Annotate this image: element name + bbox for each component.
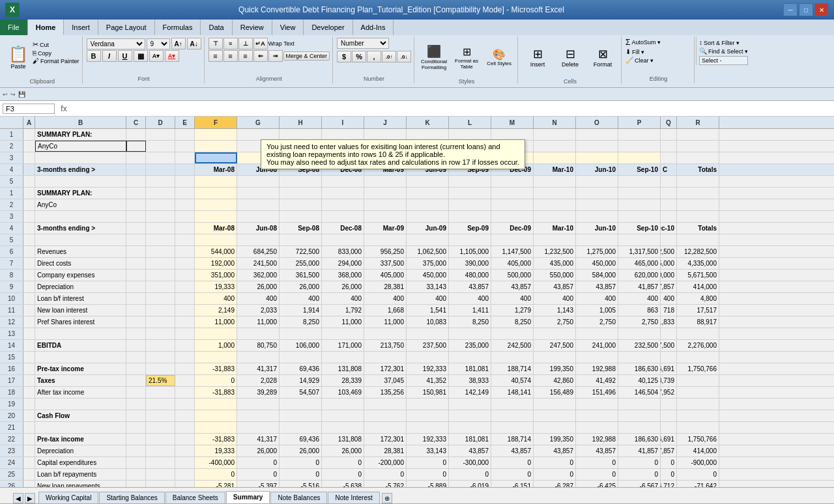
cell[interactable]: 69,436 (280, 434, 322, 445)
cell[interactable] (677, 188, 719, 199)
cell[interactable]: -300,000 (449, 457, 491, 468)
cell[interactable] (175, 316, 195, 328)
cell[interactable]: 26,000 (237, 445, 280, 456)
cell[interactable] (677, 328, 719, 339)
cell[interactable]: 33,143 (407, 445, 449, 456)
italic-btn[interactable]: I (102, 50, 117, 62)
col-header-g[interactable]: G (237, 117, 280, 128)
col-header-o[interactable]: O (576, 117, 618, 128)
cell[interactable]: 40,574 (491, 375, 534, 386)
sheet-tab-note-interest[interactable]: Note Interest (328, 492, 379, 503)
cell[interactable]: 213,750 (364, 340, 407, 351)
cell[interactable]: 550,000 (534, 270, 576, 281)
cell[interactable]: 192,333 (407, 434, 449, 445)
align-right-btn[interactable]: ≡ (238, 50, 253, 62)
cell[interactable]: Dec-10 (661, 223, 677, 234)
cell[interactable]: 1,279 (491, 305, 534, 316)
cell[interactable] (618, 328, 661, 339)
cell[interactable]: 192,988 (576, 434, 618, 445)
cell[interactable]: Cash Flow (35, 410, 126, 421)
cell[interactable]: 0 (661, 457, 677, 468)
cell[interactable] (126, 457, 146, 468)
cell[interactable]: 2,028 (237, 375, 280, 386)
cell[interactable] (23, 340, 35, 351)
cell[interactable] (364, 410, 407, 421)
cell[interactable]: 640,000 (661, 270, 677, 281)
cell[interactable]: Depreciation (35, 445, 126, 456)
cell[interactable]: 43,857 (576, 281, 618, 292)
cell[interactable] (146, 258, 175, 269)
cell[interactable] (491, 199, 534, 210)
cell[interactable] (677, 352, 719, 363)
cell[interactable]: 19,333 (195, 281, 237, 292)
dec-dec-btn[interactable]: .0↓ (397, 51, 411, 63)
cell[interactable]: 8,250 (280, 316, 322, 328)
cell[interactable] (280, 422, 322, 433)
cell[interactable] (364, 199, 407, 210)
cell[interactable]: 237,500 (407, 340, 449, 351)
cell[interactable] (126, 270, 146, 281)
bold-btn[interactable]: B (87, 50, 101, 62)
cell[interactable] (35, 328, 126, 339)
cell[interactable] (23, 246, 35, 257)
cell[interactable]: 150,981 (407, 387, 449, 398)
cell[interactable] (407, 410, 449, 421)
cell[interactable]: 2,149 (195, 305, 237, 316)
cell[interactable] (195, 211, 237, 222)
cell[interactable]: 0 (618, 469, 661, 480)
cell[interactable]: 131,808 (322, 434, 364, 445)
sheet-tab-working-capital[interactable]: Working Capital (38, 492, 98, 503)
cell[interactable]: 500,000 (491, 270, 534, 281)
cell[interactable] (146, 434, 175, 445)
cell[interactable]: 400 (576, 293, 618, 304)
cell[interactable]: 241,000 (576, 340, 618, 351)
cell[interactable] (126, 445, 146, 456)
cell[interactable]: 0 (491, 457, 534, 468)
cell[interactable]: 26,000 (322, 445, 364, 456)
cell[interactable]: 1,062,500 (407, 246, 449, 257)
cell[interactable]: 11,000 (364, 316, 407, 328)
cell[interactable] (322, 188, 364, 199)
cell[interactable]: 41,317 (237, 363, 280, 374)
cell[interactable] (175, 352, 195, 363)
cell[interactable]: 37,045 (364, 375, 407, 386)
cell[interactable] (576, 188, 618, 199)
cell[interactable]: 2,750 (576, 316, 618, 328)
cell[interactable] (23, 199, 35, 210)
cell[interactable]: -5,281 (195, 481, 237, 487)
cell[interactable]: 0 (449, 469, 491, 480)
cell[interactable]: 0 (280, 457, 322, 468)
cell[interactable] (237, 399, 280, 410)
cell[interactable] (661, 211, 677, 222)
cell[interactable] (322, 422, 364, 433)
copy-btn[interactable]: ⎘Copy (33, 49, 79, 57)
col-header-c[interactable]: C (126, 117, 146, 128)
cell[interactable]: SUMMARY PLAN: (35, 188, 126, 199)
cell[interactable] (195, 399, 237, 410)
cell[interactable]: 142,149 (449, 387, 491, 398)
cell[interactable] (618, 399, 661, 410)
cell[interactable]: 28,339 (322, 375, 364, 386)
cell[interactable]: 172,301 (364, 434, 407, 445)
cell[interactable] (175, 469, 195, 480)
cell[interactable] (146, 293, 175, 304)
cell[interactable] (175, 234, 195, 245)
cell[interactable] (407, 199, 449, 210)
cell[interactable]: 247,500 (534, 340, 576, 351)
cell[interactable]: 226,691 (661, 434, 677, 445)
cell[interactable]: 192,000 (195, 258, 237, 269)
cell[interactable]: 235,000 (449, 340, 491, 351)
cell[interactable]: 12,282,500 (677, 246, 719, 257)
cell[interactable] (23, 445, 35, 456)
cell[interactable] (364, 188, 407, 199)
cell[interactable] (364, 234, 407, 245)
cell[interactable] (280, 410, 322, 421)
cell[interactable]: Sep-10 (618, 223, 661, 234)
cell[interactable]: 199,350 (534, 363, 576, 374)
cell[interactable]: Sep-08 (280, 223, 322, 234)
cell[interactable] (195, 328, 237, 339)
tab-page-layout[interactable]: Page Layout (98, 20, 155, 35)
cell[interactable]: -5,889 (407, 481, 449, 487)
cell[interactable]: 1,411 (449, 305, 491, 316)
cell[interactable] (23, 258, 35, 269)
